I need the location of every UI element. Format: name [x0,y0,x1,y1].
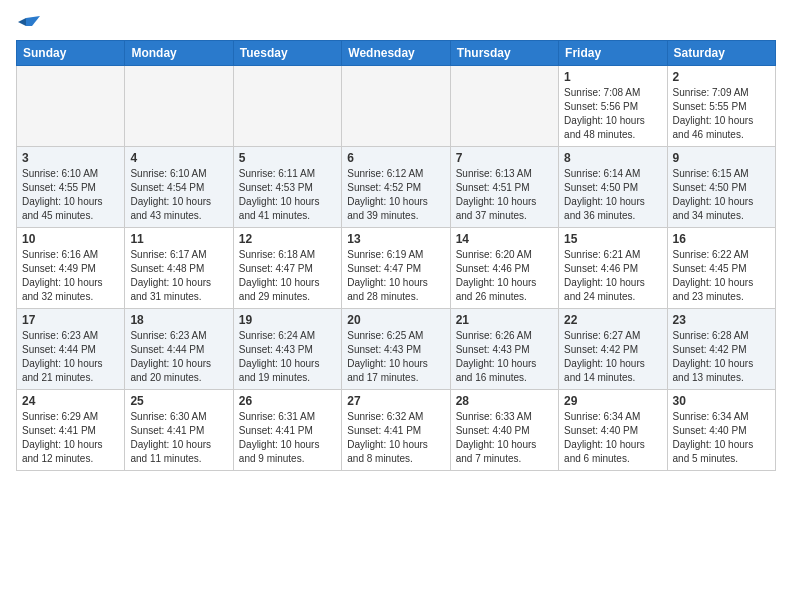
calendar-cell: 14Sunrise: 6:20 AM Sunset: 4:46 PM Dayli… [450,228,558,309]
calendar-cell: 19Sunrise: 6:24 AM Sunset: 4:43 PM Dayli… [233,309,341,390]
day-info: Sunrise: 6:21 AM Sunset: 4:46 PM Dayligh… [564,248,661,304]
calendar-cell: 21Sunrise: 6:26 AM Sunset: 4:43 PM Dayli… [450,309,558,390]
day-number: 18 [130,313,227,327]
calendar-cell: 2Sunrise: 7:09 AM Sunset: 5:55 PM Daylig… [667,66,775,147]
day-info: Sunrise: 6:30 AM Sunset: 4:41 PM Dayligh… [130,410,227,466]
day-info: Sunrise: 7:08 AM Sunset: 5:56 PM Dayligh… [564,86,661,142]
day-info: Sunrise: 6:34 AM Sunset: 4:40 PM Dayligh… [564,410,661,466]
calendar-cell: 30Sunrise: 6:34 AM Sunset: 4:40 PM Dayli… [667,390,775,471]
day-number: 23 [673,313,770,327]
weekday-header-wednesday: Wednesday [342,41,450,66]
day-info: Sunrise: 6:19 AM Sunset: 4:47 PM Dayligh… [347,248,444,304]
day-number: 7 [456,151,553,165]
day-number: 29 [564,394,661,408]
calendar-cell [233,66,341,147]
day-info: Sunrise: 6:28 AM Sunset: 4:42 PM Dayligh… [673,329,770,385]
day-info: Sunrise: 6:27 AM Sunset: 4:42 PM Dayligh… [564,329,661,385]
day-info: Sunrise: 6:34 AM Sunset: 4:40 PM Dayligh… [673,410,770,466]
day-number: 8 [564,151,661,165]
week-row-4: 17Sunrise: 6:23 AM Sunset: 4:44 PM Dayli… [17,309,776,390]
day-info: Sunrise: 6:18 AM Sunset: 4:47 PM Dayligh… [239,248,336,304]
day-info: Sunrise: 6:16 AM Sunset: 4:49 PM Dayligh… [22,248,119,304]
day-info: Sunrise: 6:29 AM Sunset: 4:41 PM Dayligh… [22,410,119,466]
week-row-2: 3Sunrise: 6:10 AM Sunset: 4:55 PM Daylig… [17,147,776,228]
day-number: 1 [564,70,661,84]
calendar-cell: 4Sunrise: 6:10 AM Sunset: 4:54 PM Daylig… [125,147,233,228]
logo-bird-icon [18,16,40,34]
day-info: Sunrise: 6:24 AM Sunset: 4:43 PM Dayligh… [239,329,336,385]
calendar-cell: 18Sunrise: 6:23 AM Sunset: 4:44 PM Dayli… [125,309,233,390]
day-info: Sunrise: 6:23 AM Sunset: 4:44 PM Dayligh… [22,329,119,385]
calendar-cell: 16Sunrise: 6:22 AM Sunset: 4:45 PM Dayli… [667,228,775,309]
day-number: 2 [673,70,770,84]
calendar-cell: 24Sunrise: 6:29 AM Sunset: 4:41 PM Dayli… [17,390,125,471]
calendar-cell: 11Sunrise: 6:17 AM Sunset: 4:48 PM Dayli… [125,228,233,309]
weekday-header-row: SundayMondayTuesdayWednesdayThursdayFrid… [17,41,776,66]
day-number: 4 [130,151,227,165]
day-number: 15 [564,232,661,246]
day-info: Sunrise: 6:15 AM Sunset: 4:50 PM Dayligh… [673,167,770,223]
day-number: 10 [22,232,119,246]
calendar-cell: 8Sunrise: 6:14 AM Sunset: 4:50 PM Daylig… [559,147,667,228]
calendar-cell: 25Sunrise: 6:30 AM Sunset: 4:41 PM Dayli… [125,390,233,471]
day-number: 24 [22,394,119,408]
calendar-cell [125,66,233,147]
day-number: 25 [130,394,227,408]
week-row-1: 1Sunrise: 7:08 AM Sunset: 5:56 PM Daylig… [17,66,776,147]
day-number: 14 [456,232,553,246]
calendar-cell: 6Sunrise: 6:12 AM Sunset: 4:52 PM Daylig… [342,147,450,228]
calendar-table: SundayMondayTuesdayWednesdayThursdayFrid… [16,40,776,471]
day-number: 13 [347,232,444,246]
day-info: Sunrise: 6:32 AM Sunset: 4:41 PM Dayligh… [347,410,444,466]
day-number: 20 [347,313,444,327]
day-number: 12 [239,232,336,246]
calendar-cell: 17Sunrise: 6:23 AM Sunset: 4:44 PM Dayli… [17,309,125,390]
day-info: Sunrise: 6:14 AM Sunset: 4:50 PM Dayligh… [564,167,661,223]
calendar-cell: 20Sunrise: 6:25 AM Sunset: 4:43 PM Dayli… [342,309,450,390]
weekday-header-friday: Friday [559,41,667,66]
page-header [16,16,776,30]
calendar-cell: 7Sunrise: 6:13 AM Sunset: 4:51 PM Daylig… [450,147,558,228]
calendar-cell: 10Sunrise: 6:16 AM Sunset: 4:49 PM Dayli… [17,228,125,309]
day-number: 5 [239,151,336,165]
day-info: Sunrise: 7:09 AM Sunset: 5:55 PM Dayligh… [673,86,770,142]
day-number: 3 [22,151,119,165]
day-number: 19 [239,313,336,327]
week-row-3: 10Sunrise: 6:16 AM Sunset: 4:49 PM Dayli… [17,228,776,309]
day-number: 11 [130,232,227,246]
calendar-cell: 1Sunrise: 7:08 AM Sunset: 5:56 PM Daylig… [559,66,667,147]
day-number: 16 [673,232,770,246]
day-number: 26 [239,394,336,408]
day-number: 27 [347,394,444,408]
calendar-cell: 9Sunrise: 6:15 AM Sunset: 4:50 PM Daylig… [667,147,775,228]
calendar-cell: 15Sunrise: 6:21 AM Sunset: 4:46 PM Dayli… [559,228,667,309]
calendar-cell: 29Sunrise: 6:34 AM Sunset: 4:40 PM Dayli… [559,390,667,471]
day-number: 17 [22,313,119,327]
day-info: Sunrise: 6:23 AM Sunset: 4:44 PM Dayligh… [130,329,227,385]
day-number: 21 [456,313,553,327]
day-info: Sunrise: 6:25 AM Sunset: 4:43 PM Dayligh… [347,329,444,385]
calendar-cell: 3Sunrise: 6:10 AM Sunset: 4:55 PM Daylig… [17,147,125,228]
day-info: Sunrise: 6:31 AM Sunset: 4:41 PM Dayligh… [239,410,336,466]
calendar-cell: 12Sunrise: 6:18 AM Sunset: 4:47 PM Dayli… [233,228,341,309]
day-info: Sunrise: 6:10 AM Sunset: 4:55 PM Dayligh… [22,167,119,223]
weekday-header-monday: Monday [125,41,233,66]
day-info: Sunrise: 6:33 AM Sunset: 4:40 PM Dayligh… [456,410,553,466]
day-number: 22 [564,313,661,327]
day-info: Sunrise: 6:11 AM Sunset: 4:53 PM Dayligh… [239,167,336,223]
calendar-cell [17,66,125,147]
day-info: Sunrise: 6:17 AM Sunset: 4:48 PM Dayligh… [130,248,227,304]
day-number: 28 [456,394,553,408]
calendar-cell: 23Sunrise: 6:28 AM Sunset: 4:42 PM Dayli… [667,309,775,390]
calendar-cell: 28Sunrise: 6:33 AM Sunset: 4:40 PM Dayli… [450,390,558,471]
weekday-header-sunday: Sunday [17,41,125,66]
calendar-cell: 22Sunrise: 6:27 AM Sunset: 4:42 PM Dayli… [559,309,667,390]
weekday-header-saturday: Saturday [667,41,775,66]
day-number: 9 [673,151,770,165]
week-row-5: 24Sunrise: 6:29 AM Sunset: 4:41 PM Dayli… [17,390,776,471]
weekday-header-tuesday: Tuesday [233,41,341,66]
calendar-cell: 26Sunrise: 6:31 AM Sunset: 4:41 PM Dayli… [233,390,341,471]
day-info: Sunrise: 6:10 AM Sunset: 4:54 PM Dayligh… [130,167,227,223]
day-info: Sunrise: 6:22 AM Sunset: 4:45 PM Dayligh… [673,248,770,304]
logo [16,16,40,30]
